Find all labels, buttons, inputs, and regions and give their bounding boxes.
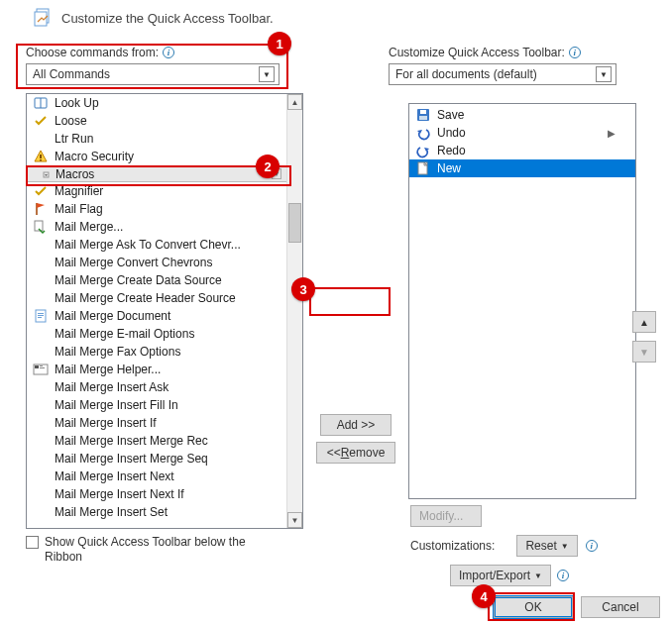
list-item[interactable]: Mail Merge Ask To Convert Chevr... bbox=[27, 236, 302, 254]
move-up-button[interactable]: ▲ bbox=[632, 311, 656, 333]
customize-qat-dropdown[interactable]: For all documents (default) ▼ bbox=[389, 63, 616, 85]
dialog-title: Customize the Quick Access Toolbar. bbox=[61, 11, 274, 26]
warn-icon bbox=[33, 149, 49, 164]
list-item[interactable]: Mail Merge Insert Ask bbox=[27, 378, 302, 396]
customizations-label: Customizations: bbox=[410, 539, 495, 553]
list-item[interactable]: Mail Merge Convert Chevrons bbox=[27, 254, 302, 271]
list-item[interactable]: Mail Merge Insert If bbox=[27, 414, 302, 432]
none bbox=[33, 131, 49, 147]
info-icon: i bbox=[586, 540, 598, 552]
list-item[interactable]: Mail Merge Fax Options bbox=[27, 343, 302, 361]
list-item-label: Undo bbox=[437, 126, 466, 140]
list-item[interactable]: Look Up bbox=[27, 94, 302, 112]
list-item[interactable]: Undo▶ bbox=[409, 124, 635, 142]
qat-listbox[interactable]: SaveUndo▶RedoNew bbox=[408, 103, 636, 499]
list-item-label: Mail Merge E-mail Options bbox=[55, 327, 194, 341]
remove-button[interactable]: << Remove bbox=[316, 442, 396, 464]
list-item-label: Mail Merge Insert Merge Seq bbox=[55, 452, 208, 466]
list-item-label: Look Up bbox=[55, 96, 99, 110]
move-down-button[interactable]: ▼ bbox=[632, 341, 656, 363]
list-item[interactable]: Ltr Run bbox=[27, 130, 302, 148]
list-item[interactable]: Redo bbox=[409, 142, 635, 159]
list-item[interactable]: Mail Merge Insert Merge Rec bbox=[27, 432, 302, 450]
list-item[interactable]: Mail Flag bbox=[27, 200, 302, 218]
list-item[interactable]: Mail Merge Insert Next If bbox=[27, 485, 302, 503]
none bbox=[33, 344, 49, 360]
list-item-label: Mail Merge Fax Options bbox=[55, 345, 180, 359]
svg-rect-16 bbox=[420, 110, 426, 114]
list-item-label: Mail Merge Insert Next If bbox=[55, 487, 184, 501]
list-item[interactable]: Mail Merge Create Header Source bbox=[27, 289, 302, 307]
list-item-label: Macros bbox=[56, 167, 94, 181]
add-button[interactable]: Add >> bbox=[320, 414, 392, 436]
list-item[interactable]: Magnifier bbox=[27, 182, 302, 200]
ok-button[interactable]: OK bbox=[494, 596, 573, 618]
list-item[interactable]: Loose bbox=[27, 112, 302, 130]
scroll-down-button[interactable]: ▼ bbox=[287, 512, 302, 528]
modify-button[interactable]: Modify... bbox=[410, 505, 482, 527]
submenu-indicator-icon: ▶ bbox=[608, 128, 616, 139]
none bbox=[33, 433, 49, 449]
svg-rect-8 bbox=[38, 313, 44, 314]
list-item[interactable]: Mail Merge E-mail Options bbox=[27, 325, 302, 343]
list-item[interactable]: Mail Merge Insert Next bbox=[27, 468, 302, 485]
list-item[interactable]: Mail Merge Insert Fill In bbox=[27, 396, 302, 414]
annotation-callout-4: 4 bbox=[472, 584, 496, 608]
list-item[interactable]: Mail Merge Helper... bbox=[27, 361, 302, 378]
list-item-label: Mail Merge Insert Set bbox=[55, 505, 168, 519]
cancel-button[interactable]: Cancel bbox=[581, 596, 660, 618]
mail-merge-icon bbox=[33, 219, 49, 235]
list-item[interactable]: Mail Merge Create Data Source bbox=[27, 271, 302, 289]
show-below-label: Show Quick Access Toolbar below the Ribb… bbox=[45, 535, 263, 565]
none bbox=[33, 486, 49, 502]
annotation-callout-1: 1 bbox=[268, 32, 291, 55]
list-item-label: New bbox=[437, 161, 461, 175]
none bbox=[33, 397, 49, 413]
none bbox=[33, 504, 49, 520]
svg-rect-13 bbox=[40, 365, 43, 366]
list-item-label: Mail Merge Convert Chevrons bbox=[55, 256, 212, 269]
redo-icon bbox=[415, 143, 431, 158]
list-item-label: Redo bbox=[437, 144, 466, 157]
list-item-label: Macro Security bbox=[55, 150, 134, 163]
list-item[interactable]: Save bbox=[409, 106, 635, 124]
new-icon bbox=[415, 160, 431, 176]
annotation-box-3 bbox=[309, 287, 391, 316]
list-item[interactable]: New bbox=[409, 159, 635, 177]
chevron-down-icon: ▼ bbox=[259, 66, 275, 82]
list-item-label: Magnifier bbox=[55, 184, 103, 198]
check-yellow-icon bbox=[33, 183, 49, 199]
show-below-checkbox[interactable] bbox=[26, 536, 39, 549]
svg-rect-3 bbox=[40, 155, 42, 158]
svg-rect-17 bbox=[419, 116, 427, 120]
list-item-label: Mail Merge Document bbox=[55, 309, 170, 323]
list-item[interactable]: Mail Merge Insert Set bbox=[27, 503, 302, 521]
list-item-label: Mail Merge Insert If bbox=[55, 416, 157, 430]
choose-commands-value: All Commands bbox=[33, 67, 110, 81]
list-item[interactable]: Mail Merge Insert Merge Seq bbox=[27, 450, 302, 468]
import-export-button[interactable]: Import/Export▼ bbox=[450, 565, 551, 586]
book-icon bbox=[33, 95, 49, 111]
annotation-callout-3: 3 bbox=[291, 277, 315, 301]
list-item[interactable]: Mail Merge Document bbox=[27, 307, 302, 325]
list-item-label: Mail Merge Create Header Source bbox=[55, 291, 236, 305]
list-item[interactable]: Mail Merge... bbox=[27, 218, 302, 236]
scroll-thumb[interactable] bbox=[288, 203, 301, 243]
none bbox=[33, 290, 49, 306]
scroll-up-button[interactable]: ▲ bbox=[287, 94, 302, 110]
list-item-label: Loose bbox=[55, 114, 87, 128]
list-item-label: Mail Merge Insert Next bbox=[55, 469, 174, 483]
customize-qat-label: Customize Quick Access Toolbar: i bbox=[389, 46, 664, 59]
none bbox=[33, 272, 49, 288]
customize-qat-value: For all documents (default) bbox=[395, 67, 537, 81]
choose-commands-dropdown[interactable]: All Commands ▼ bbox=[26, 63, 280, 85]
scrollbar[interactable]: ▲ ▼ bbox=[286, 94, 302, 528]
svg-rect-4 bbox=[40, 159, 42, 161]
svg-rect-12 bbox=[35, 365, 39, 368]
list-item-label: Mail Merge Insert Merge Rec bbox=[55, 434, 208, 448]
chevron-down-icon: ▼ bbox=[596, 66, 612, 82]
list-item-label: Mail Merge Insert Ask bbox=[55, 380, 168, 394]
list-item-label: Mail Merge Insert Fill In bbox=[55, 398, 178, 412]
reset-button[interactable]: Reset▼ bbox=[516, 535, 577, 557]
svg-rect-14 bbox=[40, 367, 45, 368]
